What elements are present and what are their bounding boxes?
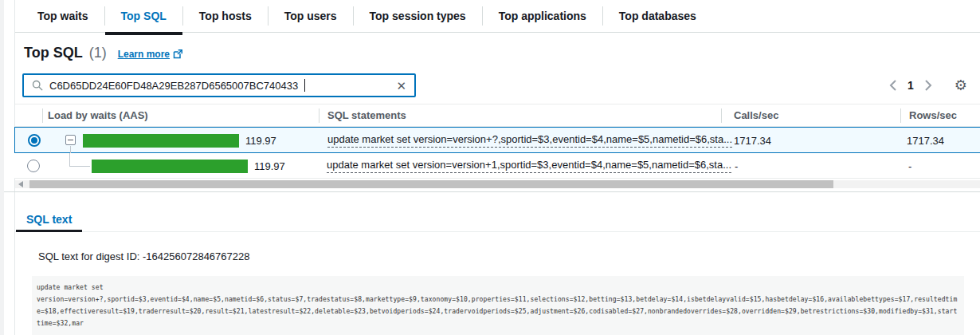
row-radio-selected[interactable] xyxy=(28,134,41,147)
scroll-left-arrow-icon[interactable] xyxy=(18,181,23,187)
load-bar xyxy=(92,160,248,173)
sql-code-line: version=version+?,sportid=$3,eventid=$4,… xyxy=(37,294,959,305)
current-page-number[interactable]: 1 xyxy=(907,79,914,92)
sql-code-line: e=$18,effectiveresult=$19,traderresult=$… xyxy=(37,305,959,317)
scrollbar-thumb[interactable] xyxy=(29,180,833,188)
tab-top-hosts[interactable]: Top hosts xyxy=(183,0,268,33)
sql-statement-link[interactable]: update market set version=version+?,spor… xyxy=(327,133,732,148)
tree-line xyxy=(70,146,71,153)
tab-label: Top databases xyxy=(619,10,696,22)
tab-top-sql[interactable]: Top SQL xyxy=(105,0,182,33)
column-divider xyxy=(721,108,722,123)
tab-label: Top SQL xyxy=(121,10,167,22)
tab-label: Top hosts xyxy=(199,10,252,22)
column-divider xyxy=(42,108,43,123)
search-value: C6D65DD24E60FD48A29EB287D6565007BC740433 xyxy=(49,80,298,92)
column-divider xyxy=(319,108,319,123)
panel-title: Top SQL xyxy=(24,45,83,61)
tree-connector-line xyxy=(69,153,90,167)
result-count: (1) xyxy=(89,45,107,61)
chevron-left-icon xyxy=(889,80,896,91)
search-icon xyxy=(32,80,43,91)
previous-page-button[interactable] xyxy=(889,80,896,91)
rows-per-sec-value: - xyxy=(908,160,911,172)
tab-top-applications[interactable]: Top applications xyxy=(483,0,602,33)
sql-text-tabbar: SQL text xyxy=(15,192,980,232)
table-row[interactable]: 119.97 update market set version=version… xyxy=(14,153,980,179)
column-divider xyxy=(900,108,901,123)
tab-top-users[interactable]: Top users xyxy=(269,0,353,33)
tab-label: SQL text xyxy=(26,213,72,226)
sql-statement-link[interactable]: update market set version=version+1,spor… xyxy=(327,159,731,173)
panel-header: Top SQL (1) Learn more xyxy=(24,45,182,61)
calls-per-sec-value: - xyxy=(735,160,738,172)
calls-per-sec-value: 1717.34 xyxy=(734,135,771,147)
load-bar xyxy=(83,134,239,148)
sql-code-line: update market set xyxy=(37,282,959,294)
learn-more-label: Learn more xyxy=(118,49,170,60)
tab-label: Top session types xyxy=(370,10,466,22)
tab-top-session-types[interactable]: Top session types xyxy=(354,0,482,33)
performance-insights-top-sql-panel: Top waits Top SQL Top hosts Top users To… xyxy=(0,0,980,335)
tab-top-waits[interactable]: Top waits xyxy=(22,0,104,33)
rows-per-sec-value: 1717.34 xyxy=(907,135,944,147)
tab-label: Top applications xyxy=(499,10,586,22)
column-header-sql-statements: SQL statements xyxy=(327,104,406,126)
table-header-row: Load by waits (AAS) SQL statements Calls… xyxy=(15,104,980,127)
chevron-right-icon xyxy=(925,80,932,91)
sql-text-code-block[interactable]: update market set version=version+?,spor… xyxy=(32,276,964,335)
column-header-calls-per-sec: Calls/sec xyxy=(734,104,778,126)
load-value: 119.97 xyxy=(245,135,276,147)
learn-more-link[interactable]: Learn more xyxy=(118,49,182,60)
table-row[interactable]: 119.97 update market set version=version… xyxy=(14,127,980,153)
tab-sql-text[interactable]: SQL text xyxy=(16,206,82,232)
settings-gear-icon[interactable]: ⚙ xyxy=(955,77,967,94)
column-header-rows-per-sec: Rows/sec xyxy=(909,104,957,126)
pagination-controls: 1 ⚙ xyxy=(889,73,967,97)
next-page-button[interactable] xyxy=(925,80,932,91)
tab-label: Top users xyxy=(284,10,337,22)
external-link-icon xyxy=(173,49,182,59)
filter-search-input[interactable]: C6D65DD24E60FD48A29EB287D6565007BC740433… xyxy=(22,73,416,97)
horizontal-scrollbar[interactable] xyxy=(15,180,980,188)
text-caret xyxy=(304,79,305,92)
clear-search-icon[interactable]: ✕ xyxy=(396,80,406,92)
collapse-toggle-icon[interactable] xyxy=(65,135,76,145)
dimension-tabbar: Top waits Top SQL Top hosts Top users To… xyxy=(15,0,980,33)
tab-label: Top waits xyxy=(37,10,88,22)
load-value: 119.97 xyxy=(254,160,285,172)
tab-top-databases[interactable]: Top databases xyxy=(603,0,712,33)
sql-code-line: time=$32,mar xyxy=(37,317,959,329)
row-radio-unselected[interactable] xyxy=(27,160,40,172)
digest-id-label: SQL text for digest ID: -164256072846767… xyxy=(38,250,249,262)
page-background-strip xyxy=(0,0,4,335)
column-header-load: Load by waits (AAS) xyxy=(48,104,148,126)
